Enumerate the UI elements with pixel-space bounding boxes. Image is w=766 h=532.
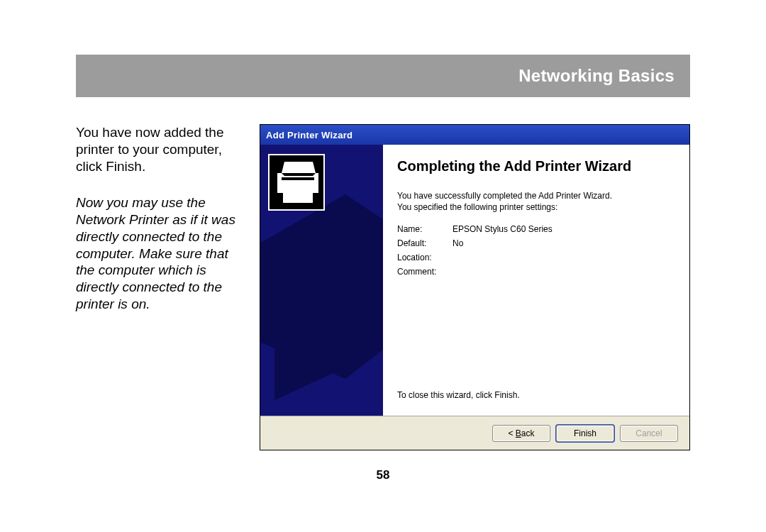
cancel-button[interactable]: Cancel [620,425,678,442]
back-button[interactable]: < Back [492,425,550,442]
svg-marker-7 [282,173,316,176]
setting-value: EPSON Stylus C60 Series [453,224,553,234]
setting-label: Default: [397,238,453,248]
wizard-close-hint: To close this wizard, click Finish. [397,390,675,407]
wizard-title: Add Printer Wizard [266,130,353,140]
setting-label: Location: [397,253,453,262]
finish-button[interactable]: Finish [556,425,614,442]
wizard-side-graphic [260,145,383,416]
wizard-button-bar: < Back Finish Cancel [260,416,689,450]
instruction-text: You have now added the printer to your c… [76,124,250,313]
wizard-desc-line-1: You have successfully completed the Add … [397,190,675,201]
setting-row-default: Default: No [397,238,675,248]
wizard-heading: Completing the Add Printer Wizard [397,157,675,174]
printer-icon [260,145,383,414]
wizard-titlebar: Add Printer Wizard [260,125,689,145]
setting-label: Name: [397,224,453,234]
instruction-para-1: You have now added the printer to your c… [76,124,250,174]
section-title: Networking Basics [518,66,675,86]
wizard-content: Completing the Add Printer Wizard You ha… [383,145,689,416]
setting-label: Comment: [397,267,453,277]
wizard-body: Completing the Add Printer Wizard You ha… [260,145,689,416]
instruction-para-2: Now you may use the Network Printer as i… [76,194,250,312]
setting-row-location: Location: [397,253,675,262]
svg-rect-8 [282,177,314,180]
svg-rect-6 [283,193,313,203]
wizard-desc-line-2: You specified the following printer sett… [397,201,675,213]
add-printer-wizard-window: Add Printer Wizard [260,124,690,450]
section-header: Networking Basics [76,55,690,97]
setting-row-name: Name: EPSON Stylus C60 Series [397,224,675,234]
svg-rect-5 [277,173,318,193]
svg-marker-4 [282,162,316,173]
manual-page: Networking Basics You have now added the… [0,0,766,532]
wizard-description: You have successfully completed the Add … [397,190,675,213]
setting-value: No [453,238,463,248]
setting-row-comment: Comment: [397,267,675,277]
wizard-settings: Name: EPSON Stylus C60 Series Default: N… [397,224,675,281]
page-number: 58 [0,468,766,482]
